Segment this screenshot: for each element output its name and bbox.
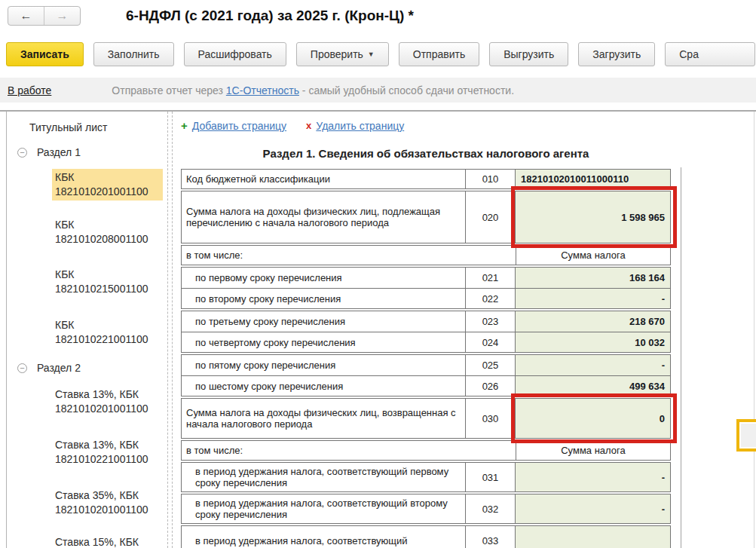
value-field[interactable]: - [516,355,670,375]
subheader-value-title: Сумма налога [516,246,670,265]
table-row-group-023-024: по третьему сроку перечисления 023 218 6… [181,311,671,353]
status-message-after: - самый удобный способ сдачи отчетности. [299,84,514,96]
table-row-020: Сумма налога на доходы физических лиц, п… [181,191,671,243]
sidebar-splitter[interactable] [167,112,173,548]
row-code: 020 [466,191,516,243]
row-label: по третьему сроку перечисления [182,311,466,332]
export-button[interactable]: Выгрузить [489,42,568,66]
row-code: 024 [466,332,516,352]
value-field[interactable]: - [516,494,670,523]
sidebar-section-razdel1[interactable]: − Раздел 1 [17,145,167,160]
row-label: Сумма налога на доходы физических лиц, п… [182,191,466,243]
table-row-023: по третьему сроку перечисления 023 218 6… [182,311,670,332]
row-code: 010 [466,170,516,188]
tax-returned-field[interactable]: 0 [516,399,670,438]
collapse-icon[interactable]: − [17,148,27,158]
subheader-row: в том числе: Сумма налога [181,440,671,461]
row-label: в период удержания налога, соответствующ… [182,526,466,548]
sidebar-item-rate15-kbk[interactable]: Ставка 15%, КБК [52,534,163,548]
check-button-label: Проверить [311,48,363,60]
value-field[interactable]: 168 164 [516,268,670,288]
page-title: 6-НДФЛ (с 2021 года) за 2025 г. (Крон-Ц)… [126,8,414,24]
table-row-030: Сумма налога на доходы физических лиц, в… [181,398,671,439]
compare-button[interactable]: Сра [665,42,755,66]
sidebar-section-razdel2[interactable]: − Раздел 2 [17,360,167,375]
table-row-010: Код бюджетной классификации 010 18210102… [181,169,671,189]
send-button[interactable]: Отправить [399,42,479,66]
sidebar-item-kbk-1[interactable]: КБК 1821010201001100 [52,169,163,201]
tax-sum-field[interactable]: 1 598 965 [516,191,670,243]
row-code: 030 [466,399,516,438]
history-nav: ← → [8,6,81,26]
delete-page-link[interactable]: x Удалить страницу [306,120,404,132]
kbk-label: КБК [55,318,163,332]
report-form: + Добавить страницу x Удалить страницу Р… [175,112,756,548]
row-code: 032 [466,494,516,523]
report-state-link[interactable]: В работе [8,84,51,96]
value-field[interactable]: 499 634 [516,376,670,396]
clipped-side-button[interactable] [736,419,756,452]
collapse-icon[interactable]: − [17,363,27,373]
value-field[interactable]: - [516,463,670,491]
status-message: Отправьте отчет через 1С-Отчетность - са… [112,84,514,96]
sidebar-item-kbk-4[interactable]: КБК 1821010221001100 [52,317,163,348]
table-row-025: по пятому сроку перечисления 025 - [182,355,670,375]
sidebar-item-title-page[interactable]: Титульный лист [29,121,167,135]
row-label: Код бюджетной классификации [182,170,466,188]
kbk-number: 1821010221001100 [55,332,163,347]
forward-arrow-icon[interactable]: → [44,7,80,25]
decrypt-button[interactable]: Расшифровать [184,42,286,66]
row-label: по четвертому сроку перечисления [182,332,466,352]
sidebar-item-kbk-2[interactable]: КБК 1821010208001100 [52,216,163,248]
rate-label: Ставка 13%, КБК [55,438,163,452]
sidebar-item-kbk-3[interactable]: КБК 1821010215001100 [52,266,163,298]
pages-tree: Титульный лист − Раздел 1 КБК 1821010201… [6,112,167,548]
add-page-link[interactable]: + Добавить страницу [181,119,286,132]
kbk-label: КБК [55,218,163,232]
section-title: Раздел 1. Сведения об обязательствах нал… [181,147,671,160]
kbk-value-field[interactable]: 18210102010011000110 [516,170,670,188]
kbk-label: КБК [55,170,163,185]
delete-page-label: Удалить страницу [316,120,404,132]
sidebar-item-rate13-kbk-1[interactable]: Ставка 13%, КБК 1821010201001100 [52,386,163,418]
value-field[interactable] [516,526,670,548]
1c-reporting-link[interactable]: 1С-Отчетность [226,84,299,96]
sidebar-item-rate35-kbk[interactable]: Ставка 35%, КБК 1821010201001100 [52,487,163,519]
kbk-number: 1821010215001100 [55,282,163,296]
table-row-022: по второму сроку перечисления 022 - [182,288,670,308]
value-field[interactable]: - [516,289,670,308]
page-actions: + Добавить страницу x Удалить страницу [181,119,756,132]
row-code: 026 [466,376,516,396]
kbk-number: 1821010208001100 [55,232,163,246]
check-button[interactable]: Проверить ▼ [296,42,389,66]
save-button[interactable]: Записать [6,42,84,66]
row-code: 033 [466,526,516,548]
sidebar-item-rate13-kbk-2[interactable]: Ставка 13%, КБК 1821010221001100 [52,436,163,468]
rate-label: Ставка 35%, КБК [55,488,163,503]
table-row-024: по четвертому сроку перечисления 024 10 … [182,332,670,352]
value-field[interactable]: 218 670 [516,311,670,332]
row-label: по шестому сроку перечисления [182,376,466,396]
fill-button[interactable]: Заполнить [93,42,174,66]
row-label: Сумма налога на доходы физических лиц, в… [182,399,466,438]
row-code: 022 [466,289,516,308]
table-row-033: в период удержания налога, соответствующ… [181,525,671,548]
subheader-row: в том числе: Сумма налога [181,245,671,265]
row-code: 021 [466,268,516,288]
row-label: по второму сроку перечисления [182,289,466,308]
chevron-down-icon: ▼ [368,51,375,58]
table-row-032: в период удержания налога, соответствующ… [181,494,671,524]
value-field[interactable]: 10 032 [516,332,670,352]
sidebar-section-label: Раздел 2 [37,360,81,375]
table-row-031: в период удержания налога, соответствующ… [181,462,671,492]
back-arrow-icon[interactable]: ← [8,7,44,25]
table-row-021: по первому сроку перечисления 021 168 16… [182,268,670,288]
window-right-edge [754,112,754,548]
rate-label: Ставка 13%, КБК [55,387,163,402]
toolbar: Записать Заполнить Расшифровать Проверит… [6,42,756,66]
form-page-edge [681,167,681,548]
subheader-label: в том числе: [182,246,516,265]
row-label: по первому сроку перечисления [182,268,466,288]
row-label: по пятому сроку перечисления [182,355,466,375]
import-button[interactable]: Загрузить [578,42,655,66]
